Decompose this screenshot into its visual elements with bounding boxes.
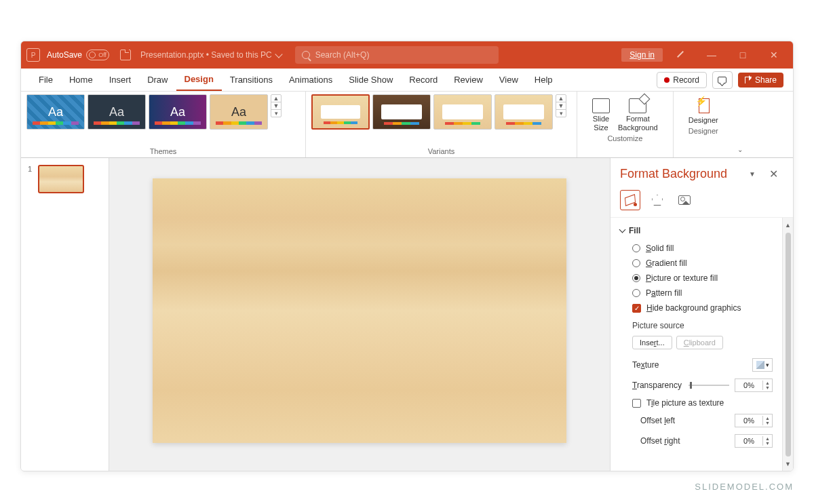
comment-icon bbox=[718, 77, 726, 83]
maximize-button[interactable]: □ bbox=[729, 41, 756, 69]
pane-scrollbar[interactable]: ▲ ▼ bbox=[782, 218, 793, 471]
minimize-button[interactable]: — bbox=[698, 41, 725, 69]
radio-icon bbox=[632, 274, 640, 282]
tab-file[interactable]: File bbox=[31, 69, 61, 91]
slide-canvas-area bbox=[109, 158, 610, 471]
slide-size-button[interactable]: Slide Size bbox=[592, 98, 610, 132]
radio-icon bbox=[632, 289, 640, 297]
workspace: 1 Format Background ▼ ✕ Fill Solid fill … bbox=[21, 158, 793, 471]
texture-swatch-icon bbox=[756, 361, 764, 369]
ribbon-body: Aa Aa Aa Aa ▲▼▾ Themes ▲▼▾ Variants Slid… bbox=[21, 92, 793, 158]
tab-design[interactable]: Design bbox=[176, 69, 222, 91]
offset-right-spinner[interactable]: 0%▲▼ bbox=[735, 434, 773, 448]
tab-home[interactable]: Home bbox=[61, 69, 101, 91]
format-bg-icon bbox=[629, 98, 646, 113]
paint-bucket-icon bbox=[625, 195, 636, 206]
pentagon-icon bbox=[652, 195, 663, 206]
search-icon bbox=[302, 51, 310, 59]
hide-bg-checkbox[interactable]: ✓Hide background graphics bbox=[620, 301, 773, 315]
checkbox-icon: ✓ bbox=[632, 304, 641, 313]
pane-options-dropdown[interactable]: ▼ bbox=[746, 168, 758, 180]
theme-thumb[interactable]: Aa bbox=[26, 94, 85, 130]
close-button[interactable]: ✕ bbox=[760, 41, 788, 69]
record-button[interactable]: Record bbox=[657, 72, 707, 88]
tile-checkbox[interactable]: Tile picture as texture bbox=[620, 395, 773, 410]
tab-record[interactable]: Record bbox=[401, 69, 446, 91]
autosave-label: AutoSave bbox=[47, 50, 82, 60]
share-icon bbox=[745, 77, 752, 83]
texture-label: Texture bbox=[632, 360, 747, 370]
comments-button[interactable] bbox=[712, 71, 733, 89]
autosave-toggle[interactable]: AutoSave Off bbox=[47, 50, 113, 60]
document-title[interactable]: Presentation.pptx • Saved to this PC bbox=[140, 50, 282, 60]
slide-canvas[interactable] bbox=[153, 178, 566, 443]
pane-close-button[interactable]: ✕ bbox=[764, 165, 783, 183]
app-icon: P bbox=[26, 48, 40, 62]
tab-draw[interactable]: Draw bbox=[139, 69, 176, 91]
fill-section-header[interactable]: Fill bbox=[620, 223, 773, 241]
variant-thumb[interactable] bbox=[495, 94, 553, 130]
scroll-thumb[interactable] bbox=[786, 233, 791, 457]
offset-left-spinner[interactable]: 0%▲▼ bbox=[735, 414, 773, 427]
slide-thumbnail[interactable] bbox=[38, 165, 84, 193]
theme-thumb[interactable]: Aa bbox=[210, 94, 268, 130]
transparency-slider[interactable] bbox=[689, 385, 729, 386]
scroll-up-icon[interactable]: ▲ bbox=[783, 220, 792, 230]
variants-gallery-scroll[interactable]: ▲▼▾ bbox=[556, 94, 566, 117]
variant-thumb[interactable] bbox=[433, 94, 492, 130]
pen-mode-button[interactable] bbox=[667, 41, 694, 69]
gradient-fill-radio[interactable]: Gradient fill bbox=[620, 256, 773, 271]
theme-thumb[interactable]: Aa bbox=[88, 94, 146, 130]
themes-gallery-scroll[interactable]: ▲▼▾ bbox=[271, 94, 282, 117]
solid-fill-radio[interactable]: Solid fill bbox=[620, 241, 773, 256]
variant-thumb[interactable] bbox=[311, 94, 370, 130]
picture-fill-radio[interactable]: Picture or texture fill bbox=[620, 271, 773, 286]
transparency-spinner[interactable]: 0%▲▼ bbox=[735, 379, 773, 392]
checkbox-icon bbox=[632, 399, 641, 408]
group-label-customize: Customize bbox=[583, 132, 667, 144]
tab-slideshow[interactable]: Slide Show bbox=[341, 69, 401, 91]
collapse-ribbon-button[interactable]: ⌄ bbox=[733, 142, 747, 157]
group-label-variants: Variants bbox=[311, 145, 571, 157]
chevron-down-icon bbox=[619, 227, 626, 233]
radio-icon bbox=[632, 259, 640, 267]
group-label-themes: Themes bbox=[26, 145, 300, 157]
share-button[interactable]: Share bbox=[738, 73, 783, 88]
slide-number: 1 bbox=[28, 165, 32, 173]
search-box[interactable]: Search (Alt+Q) bbox=[295, 46, 499, 64]
search-placeholder: Search (Alt+Q) bbox=[315, 50, 370, 60]
pen-icon bbox=[676, 50, 685, 60]
pattern-fill-radio[interactable]: Pattern fill bbox=[620, 286, 773, 301]
save-icon[interactable] bbox=[120, 50, 131, 60]
pane-title: Format Background bbox=[620, 167, 727, 181]
designer-button[interactable]: Designer bbox=[689, 98, 718, 125]
signin-button[interactable]: Sign in bbox=[621, 48, 663, 62]
designer-icon bbox=[697, 98, 710, 115]
clipboard-button[interactable]: Clipboard bbox=[676, 336, 723, 349]
tab-transitions[interactable]: Transitions bbox=[222, 69, 281, 91]
offset-right-label: Offset right bbox=[632, 436, 729, 446]
picture-tab[interactable] bbox=[674, 190, 695, 210]
insert-button[interactable]: Insert... bbox=[632, 336, 672, 349]
format-background-button[interactable]: Format Background bbox=[618, 98, 658, 132]
radio-icon bbox=[632, 244, 640, 252]
variant-thumb[interactable] bbox=[372, 94, 431, 130]
ribbon-tabs: File Home Insert Draw Design Transitions… bbox=[21, 69, 793, 92]
theme-thumb[interactable]: Aa bbox=[149, 94, 207, 130]
tab-insert[interactable]: Insert bbox=[101, 69, 140, 91]
fill-tab[interactable] bbox=[620, 190, 640, 210]
tab-view[interactable]: View bbox=[491, 69, 526, 91]
tab-animations[interactable]: Animations bbox=[281, 69, 341, 91]
toggle-switch[interactable]: Off bbox=[86, 50, 109, 60]
tab-help[interactable]: Help bbox=[526, 69, 561, 91]
tab-review[interactable]: Review bbox=[446, 69, 491, 91]
effects-tab[interactable] bbox=[647, 190, 667, 210]
scroll-down-icon[interactable]: ▼ bbox=[783, 459, 792, 469]
titlebar: P AutoSave Off Presentation.pptx • Saved… bbox=[21, 41, 793, 69]
record-dot-icon bbox=[664, 77, 670, 83]
chevron-down-icon bbox=[275, 50, 282, 58]
offset-left-label: Offset left bbox=[632, 416, 729, 425]
transparency-label: Transparency bbox=[632, 381, 683, 390]
texture-picker[interactable]: ▾ bbox=[752, 358, 773, 372]
picture-source-label: Picture source bbox=[620, 315, 773, 333]
